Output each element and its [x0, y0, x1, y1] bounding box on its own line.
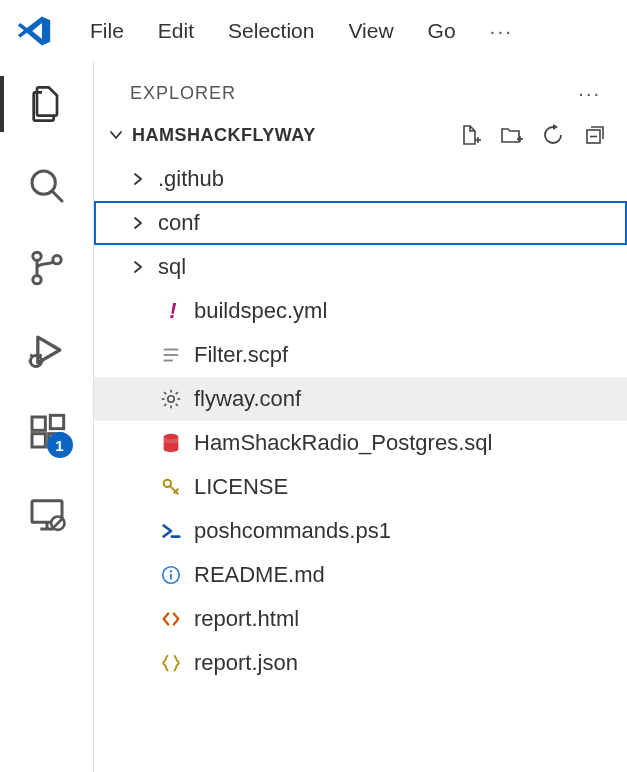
- debug-icon: [25, 328, 69, 372]
- activity-extensions[interactable]: 1: [23, 408, 71, 456]
- svg-rect-10: [32, 417, 45, 430]
- activity-bar: 1: [0, 62, 94, 772]
- file-row[interactable]: report.html: [94, 597, 627, 641]
- tree-item-label: HamShackRadio_Postgres.sql: [194, 430, 492, 456]
- folder-row[interactable]: sql: [94, 245, 627, 289]
- explorer-title: EXPLORER: [130, 83, 236, 104]
- activity-explorer[interactable]: [23, 80, 71, 128]
- info-icon: [158, 562, 184, 588]
- gear-icon: [158, 386, 184, 412]
- tree-item-label: Filter.scpf: [194, 342, 288, 368]
- search-icon: [27, 166, 67, 206]
- svg-line-37: [176, 392, 178, 394]
- braces-icon: [158, 650, 184, 676]
- svg-rect-11: [32, 434, 45, 447]
- tree-item-label: poshcommands.ps1: [194, 518, 391, 544]
- vscode-logo-icon: [12, 9, 56, 53]
- menubar: File Edit Selection View Go ···: [0, 0, 627, 62]
- collapse-all-button[interactable]: [581, 121, 609, 149]
- angle-icon: [158, 606, 184, 632]
- file-row[interactable]: README.md: [94, 553, 627, 597]
- explorer-more-icon[interactable]: ···: [578, 82, 601, 105]
- menu-view[interactable]: View: [334, 13, 407, 49]
- folder-row[interactable]: .github: [94, 157, 627, 201]
- svg-text:!: !: [169, 300, 176, 322]
- svg-point-29: [168, 396, 174, 402]
- activity-debug[interactable]: [23, 326, 71, 374]
- file-row[interactable]: poshcommands.ps1: [94, 509, 627, 553]
- activity-source-control[interactable]: [23, 244, 71, 292]
- svg-line-9: [39, 355, 41, 357]
- svg-line-35: [176, 404, 178, 406]
- new-file-button[interactable]: [455, 121, 483, 149]
- chevron-right-icon: [128, 213, 148, 233]
- main: 1 EXPLORER ··· HAMSHACKFLYWAY: [0, 62, 627, 772]
- file-row[interactable]: flyway.conf: [94, 377, 627, 421]
- extensions-badge: 1: [47, 432, 73, 458]
- menu-file[interactable]: File: [76, 13, 138, 49]
- svg-line-8: [30, 355, 32, 357]
- db-icon: [158, 430, 184, 456]
- svg-rect-13: [50, 415, 63, 428]
- svg-line-34: [164, 392, 166, 394]
- folder-row[interactable]: conf: [94, 201, 627, 245]
- tree-item-label: report.html: [194, 606, 299, 632]
- exclaim-icon: !: [158, 298, 184, 324]
- chevron-down-icon: [106, 125, 126, 145]
- files-icon: [27, 84, 67, 124]
- project-root[interactable]: HAMSHACKFLYWAY: [94, 113, 627, 157]
- menu-overflow-icon[interactable]: ···: [476, 13, 528, 49]
- file-row[interactable]: report.json: [94, 641, 627, 685]
- project-actions: [455, 121, 609, 149]
- menu-selection[interactable]: Selection: [214, 13, 328, 49]
- remote-icon: [27, 494, 67, 534]
- project-name: HAMSHACKFLYWAY: [132, 125, 449, 146]
- file-tree: .githubconfsql!buildspec.ymlFilter.scpff…: [94, 157, 627, 772]
- explorer-header: EXPLORER ···: [94, 62, 627, 113]
- svg-point-2: [32, 252, 40, 260]
- menu-edit[interactable]: Edit: [144, 13, 208, 49]
- tree-item-label: .github: [158, 166, 224, 192]
- branch-icon: [27, 248, 67, 288]
- svg-line-1: [52, 191, 62, 201]
- menu-go[interactable]: Go: [414, 13, 470, 49]
- file-row[interactable]: Filter.scpf: [94, 333, 627, 377]
- chevron-right-icon: [128, 169, 148, 189]
- refresh-button[interactable]: [539, 121, 567, 149]
- explorer-sidebar: EXPLORER ··· HAMSHACKFLYWAY: [94, 62, 627, 772]
- chevron-right-icon: [128, 257, 148, 277]
- tree-item-label: flyway.conf: [194, 386, 301, 412]
- file-row[interactable]: !buildspec.yml: [94, 289, 627, 333]
- tree-item-label: buildspec.yml: [194, 298, 327, 324]
- svg-line-36: [164, 404, 166, 406]
- tree-item-label: sql: [158, 254, 186, 280]
- tree-item-label: report.json: [194, 650, 298, 676]
- activity-search[interactable]: [23, 162, 71, 210]
- ps-icon: [158, 518, 184, 544]
- file-row[interactable]: LICENSE: [94, 465, 627, 509]
- tree-item-label: conf: [158, 210, 200, 236]
- tree-item-label: README.md: [194, 562, 325, 588]
- lines-icon: [158, 342, 184, 368]
- svg-point-42: [170, 570, 172, 572]
- key-icon: [158, 474, 184, 500]
- tree-item-label: LICENSE: [194, 474, 288, 500]
- activity-remote[interactable]: [23, 490, 71, 538]
- svg-point-3: [32, 276, 40, 284]
- new-folder-button[interactable]: [497, 121, 525, 149]
- file-row[interactable]: HamShackRadio_Postgres.sql: [94, 421, 627, 465]
